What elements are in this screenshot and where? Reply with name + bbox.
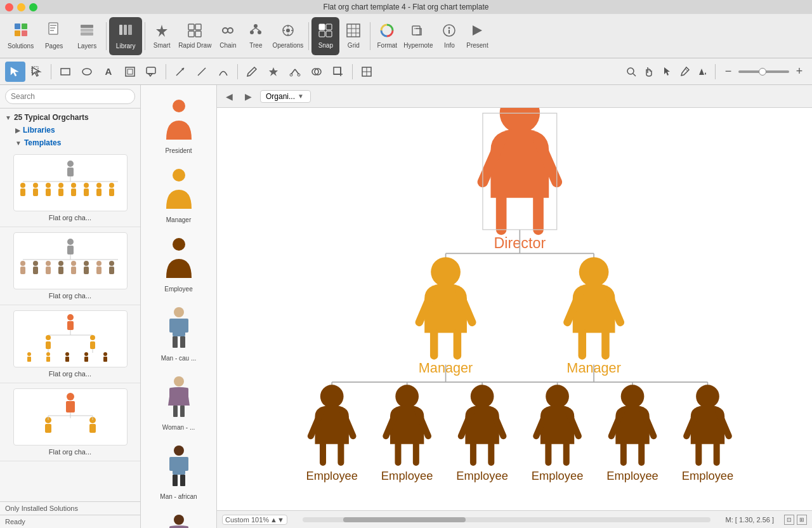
tool-pen[interactable] [242, 62, 262, 82]
tool-union[interactable] [306, 62, 327, 82]
tool-arrow[interactable] [170, 62, 190, 82]
search-bar [0, 85, 140, 109]
template-card-1[interactable]: Flat org cha... [0, 149, 140, 227]
toolbar-pages[interactable]: Pages [37, 17, 70, 55]
symbol-president[interactable]: President [141, 90, 216, 159]
svg-rect-53 [128, 69, 133, 74]
main-area: ▼ 25 Typical Orgcharts ▶ Libraries ▼ Tem… [0, 85, 812, 528]
manager-left-node[interactable] [419, 257, 472, 355]
svg-marker-48 [473, 25, 482, 36]
minimize-button[interactable] [17, 3, 25, 11]
zoom-bucket-button[interactable] [695, 64, 710, 79]
tool-mask[interactable] [357, 62, 377, 82]
fit-page-button[interactable]: ⊡ [784, 515, 794, 525]
toolbar-snap[interactable]: Snap [311, 17, 339, 55]
tool-ellipse[interactable] [77, 62, 97, 82]
zoom-thumb[interactable] [759, 68, 766, 76]
zoom-pointer-button[interactable] [659, 64, 674, 79]
zoom-picker-button[interactable] [677, 64, 692, 79]
zoom-out-button[interactable]: − [721, 64, 736, 79]
svg-rect-91 [109, 188, 114, 196]
tool-rectangle[interactable] [55, 62, 75, 82]
toolbar-chain[interactable]: Chain [214, 17, 242, 55]
employee-4-node[interactable] [536, 385, 579, 463]
symbol-employee[interactable]: Employee [141, 228, 216, 298]
symbol-woman-2[interactable]: Woman ... [141, 505, 216, 528]
tool-arc[interactable] [213, 62, 233, 82]
zoom-hand-button[interactable] [641, 64, 657, 79]
tree-templates[interactable]: ▼ Templates [10, 136, 140, 149]
tool-crop[interactable] [328, 62, 348, 82]
tool-smart[interactable] [263, 62, 284, 82]
tool-callout[interactable] [141, 62, 162, 82]
template-card-2[interactable]: Flat org cha... [0, 227, 140, 305]
tree-libraries-arrow: ▶ [15, 127, 20, 134]
canvas: ◀ ▶ Organi... ▼ Di [217, 85, 812, 528]
toolbar-operations[interactable]: Operations [270, 17, 306, 55]
h-scrollbar-thumb[interactable] [343, 517, 466, 522]
employee-4-label: Employee [532, 469, 584, 482]
manager-right-node[interactable] [567, 257, 620, 355]
tree-root[interactable]: ▼ 25 Typical Orgcharts [0, 111, 140, 124]
symbol-woman[interactable]: Woman - ... [141, 367, 216, 436]
symbol-man-african[interactable]: Man - african [141, 436, 216, 505]
breadcrumb[interactable]: Organi... ▼ [260, 90, 311, 103]
symbol-manager[interactable]: Manager [141, 159, 216, 228]
template-name-2: Flat org cha... [49, 292, 91, 300]
tool-text[interactable]: A [98, 62, 119, 82]
tree-libraries[interactable]: ▶ Libraries [10, 124, 140, 136]
tool-line[interactable] [192, 62, 212, 82]
svg-point-185 [579, 257, 609, 287]
employee-1-node[interactable] [311, 385, 353, 463]
breadcrumb-dropdown[interactable]: ▼ [298, 93, 304, 100]
employee-3-node[interactable] [461, 385, 504, 463]
toolbar-tree[interactable]: Tree [242, 17, 270, 55]
employee-2-node[interactable] [386, 385, 428, 463]
template-card-4[interactable]: Flat org cha... [0, 383, 140, 461]
tool-text-select[interactable] [27, 62, 47, 82]
toolbar-layers[interactable]: Layers [70, 17, 103, 55]
symbol-man-cau[interactable]: Man - cau ... [141, 298, 216, 367]
zoom-search-button[interactable] [624, 64, 639, 79]
zoom-select[interactable]: Custom 101% ▲▼ [222, 515, 287, 525]
svg-rect-161 [185, 388, 188, 399]
zoom-in-button[interactable]: + [792, 64, 807, 79]
scroll-corner-button[interactable]: ⊞ [797, 515, 807, 525]
svg-point-170 [174, 515, 184, 525]
toolbar-hypernote[interactable]: Hypernote [401, 17, 435, 55]
tool-cut[interactable] [285, 62, 305, 82]
toolbar-library[interactable]: Library [109, 17, 142, 55]
maximize-button[interactable] [29, 3, 37, 11]
svg-point-110 [109, 261, 114, 266]
svg-rect-138 [45, 424, 51, 433]
manager-figure [160, 164, 198, 215]
toolbar-present[interactable]: Present [463, 17, 491, 55]
toolbar-info[interactable]: Info [435, 17, 463, 55]
toolbar-smart[interactable]: Smart [148, 17, 176, 55]
toolbar-grid[interactable]: Grid [339, 17, 367, 55]
template-card-3[interactable]: Flat org cha... [0, 305, 140, 383]
svg-point-28 [286, 29, 290, 32]
h-scrollbar[interactable] [303, 517, 710, 522]
toolbar-format[interactable]: Format [373, 17, 401, 55]
svg-line-72 [633, 74, 636, 76]
employee-5-node[interactable] [612, 385, 654, 463]
tool-frame[interactable] [120, 62, 140, 82]
svg-rect-18 [195, 31, 201, 37]
nav-back-button[interactable]: ◀ [222, 89, 236, 103]
toolbar-solutions[interactable]: Solutions [4, 17, 37, 55]
zoom-slider[interactable] [738, 70, 789, 73]
search-input[interactable] [5, 89, 135, 104]
director-node[interactable] [483, 108, 557, 230]
close-button[interactable] [5, 3, 13, 11]
toolbar-rapiddraw[interactable]: Rapid Draw [176, 17, 214, 55]
canvas-content[interactable]: Director Manager [217, 108, 812, 510]
tool-select[interactable] [5, 62, 25, 82]
svg-rect-119 [46, 341, 51, 349]
ready-status: Ready [0, 515, 140, 528]
template-name-4: Flat org cha... [49, 448, 91, 456]
installed-solutions-text: Only Installed Solutions [5, 505, 78, 512]
employee-6-node[interactable] [686, 385, 729, 463]
nav-forward-button[interactable]: ▶ [241, 89, 255, 103]
svg-point-82 [58, 183, 63, 188]
